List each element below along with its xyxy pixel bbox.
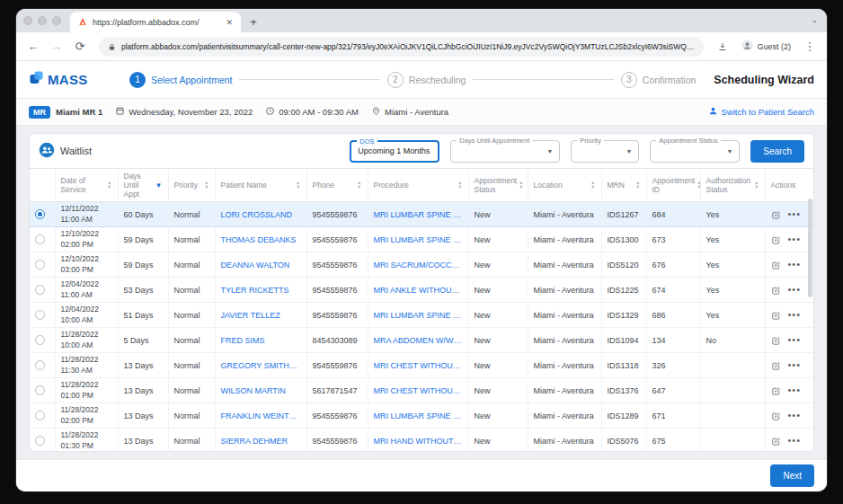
table-row[interactable]: 12/04/202210:00 AM51 DaysNormalJAVIER TE… [30, 303, 813, 328]
patient-name-link[interactable]: FRED SIMS [215, 328, 306, 353]
table-row[interactable]: 11/28/202210:00 AM5 DaysNormalFRED SIMS8… [30, 328, 813, 353]
back-icon[interactable]: ← [23, 37, 43, 57]
procedure-link[interactable]: MRI SACRUM/COCCYX ... [368, 252, 468, 278]
edit-appointment-icon[interactable] [771, 261, 781, 270]
sort-icon[interactable]: ▲▼ [107, 181, 111, 190]
row-select-radio[interactable] [35, 285, 45, 295]
step-rescheduling[interactable]: 2 Rescheduling [387, 72, 466, 88]
scrollbar-thumb[interactable] [808, 199, 812, 297]
row-more-actions-icon[interactable]: ••• [788, 334, 802, 345]
procedure-link[interactable]: MRI CHEST WITHOUT(7... [368, 378, 468, 403]
row-more-actions-icon[interactable]: ••• [788, 385, 802, 395]
row-more-actions-icon[interactable]: ••• [788, 410, 802, 420]
dos-filter[interactable]: DOS Upcoming 1 Months [350, 140, 439, 163]
row-more-actions-icon[interactable]: ••• [788, 284, 802, 295]
row-select-radio[interactable] [35, 234, 45, 244]
appointment-status-filter[interactable]: Appointment Status ▼ [650, 140, 740, 163]
days-until-appointment-filter[interactable]: Days Until Appointment ▼ [450, 140, 560, 163]
procedure-link[interactable]: MRA ABDOMEN W/WO(7... [368, 328, 468, 353]
close-window-button[interactable] [23, 16, 32, 25]
edit-appointment-icon[interactable] [771, 235, 781, 245]
table-row[interactable]: 11/28/202201:00 PM13 DaysNormalWILSON MA… [30, 378, 813, 403]
patient-name-link[interactable]: GREGORY SMITHSON [215, 353, 306, 378]
row-more-actions-icon[interactable]: ••• [788, 208, 802, 219]
col-location[interactable]: Location▲▼ [528, 169, 601, 202]
col-date-of-service[interactable]: Date of Service▲▼ [55, 169, 118, 202]
row-select-radio[interactable] [35, 335, 45, 345]
col-mrn[interactable]: MRN▲▼ [601, 169, 646, 202]
edit-appointment-icon[interactable] [771, 210, 781, 220]
priority-filter[interactable]: Priority ▼ [571, 140, 639, 163]
browser-profile-chip[interactable]: Guest (2) [736, 38, 796, 55]
browser-menu-icon[interactable]: ⋮ [800, 37, 820, 57]
step-select-appointment[interactable]: 1 Select Appointment [129, 72, 232, 88]
sort-icon[interactable]: ▲▼ [519, 181, 523, 190]
table-row[interactable]: 12/10/202203:00 PM59 DaysNormalDEANNA WA… [30, 252, 813, 278]
table-row[interactable]: 11/28/202202:00 PM13 DaysNormalFRANKLIN … [30, 403, 813, 429]
row-select-radio[interactable] [35, 360, 45, 370]
step-confirmation[interactable]: 3 Confirmation [621, 72, 697, 88]
next-button[interactable]: Next [770, 464, 814, 487]
minimize-window-button[interactable] [38, 16, 47, 25]
switch-to-patient-search-link[interactable]: Switch to Patient Search [708, 106, 815, 118]
edit-appointment-icon[interactable] [771, 437, 781, 447]
tab-close-icon[interactable]: ✕ [226, 18, 233, 27]
row-select-radio[interactable] [35, 209, 45, 219]
patient-name-link[interactable]: FRANKLIN WEINTRAUB [215, 403, 306, 429]
patient-name-link[interactable]: THOMAS DEBANKS [215, 227, 306, 252]
edit-appointment-icon[interactable] [771, 411, 781, 421]
patient-name-link[interactable]: JAVIER TELLEZ [215, 303, 306, 328]
row-select-radio[interactable] [35, 436, 45, 446]
col-procedure[interactable]: Procedure▲▼ [368, 169, 468, 202]
procedure-link[interactable]: MRI ANKLE WITHOUT(7... [368, 278, 468, 303]
procedure-link[interactable]: MRI LUMBAR SPINE WIT... [368, 202, 468, 227]
col-patient-name[interactable]: Patient Name▲▼ [215, 169, 306, 202]
forward-icon[interactable]: → [47, 37, 67, 57]
table-row[interactable]: 11/28/202211:30 AM13 DaysNormalGREGORY S… [30, 353, 813, 378]
row-select-radio[interactable] [35, 385, 45, 395]
row-more-actions-icon[interactable]: ••• [788, 359, 802, 370]
sort-icon[interactable]: ▲▼ [697, 181, 701, 190]
sort-icon[interactable]: ▲▼ [635, 181, 640, 190]
sort-icon[interactable]: ▲▼ [457, 181, 462, 190]
col-phone[interactable]: Phone▲▼ [306, 169, 368, 202]
row-more-actions-icon[interactable]: ••• [788, 259, 802, 270]
patient-name-link[interactable]: LORI CROSSLAND [215, 202, 306, 227]
table-scrollbar[interactable] [808, 199, 812, 447]
col-priority[interactable]: Priority▲▼ [168, 169, 215, 202]
table-row[interactable]: 12/11/202211:00 AM60 DaysNormalLORI CROS… [30, 202, 813, 227]
col-days-until-appt[interactable]: Days Until Appt▼ [118, 169, 168, 202]
patient-name-link[interactable]: DEANNA WALTON [215, 252, 306, 278]
row-more-actions-icon[interactable]: ••• [788, 435, 802, 446]
col-appointment-status[interactable]: Appointment Status▲▼ [468, 169, 528, 202]
patient-name-link[interactable]: SIERRA DEHMER [215, 429, 306, 452]
procedure-link[interactable]: MRI LUMBAR SPINE WIT... [368, 227, 468, 252]
tab-search-chevron-icon[interactable]: ⌄ [811, 15, 818, 24]
patient-name-link[interactable]: TYLER RICKETTS [215, 278, 306, 303]
procedure-link[interactable]: MRI CHEST WITHOUT(7... [368, 353, 468, 378]
edit-appointment-icon[interactable] [771, 361, 781, 371]
row-select-radio[interactable] [35, 310, 45, 320]
edit-appointment-icon[interactable] [771, 286, 781, 296]
sort-icon[interactable]: ▲▼ [754, 181, 759, 190]
sort-desc-icon[interactable]: ▼ [155, 181, 163, 190]
sort-icon[interactable]: ▲▼ [590, 181, 595, 190]
row-select-radio[interactable] [35, 411, 45, 420]
row-more-actions-icon[interactable]: ••• [788, 309, 802, 320]
row-more-actions-icon[interactable]: ••• [788, 234, 802, 244]
edit-appointment-icon[interactable] [771, 336, 781, 346]
table-row[interactable]: 11/28/202201:30 PM13 DaysNormalSIERRA DE… [30, 429, 813, 452]
col-authorization-status[interactable]: Authorization Status▲▼ [700, 169, 765, 202]
edit-appointment-icon[interactable] [771, 311, 781, 321]
sort-icon[interactable]: ▲▼ [296, 181, 300, 190]
browser-tab[interactable]: https://platform.abbadox.com/ ✕ [70, 12, 241, 32]
reload-icon[interactable]: ⟳ [70, 37, 90, 57]
address-bar[interactable]: platform.abbadox.com/patientvisitsummary… [99, 37, 704, 57]
row-select-radio[interactable] [35, 260, 45, 270]
procedure-link[interactable]: MRI LUMBAR SPINE W/... [368, 403, 468, 429]
col-appointment-id[interactable]: Appointment ID▲▼ [646, 169, 700, 202]
save-page-icon[interactable] [713, 37, 732, 57]
sort-icon[interactable]: ▲▼ [357, 181, 361, 190]
zoom-window-button[interactable] [52, 16, 61, 25]
procedure-link[interactable]: MRI LUMBAR SPINE WIT... [368, 303, 468, 328]
